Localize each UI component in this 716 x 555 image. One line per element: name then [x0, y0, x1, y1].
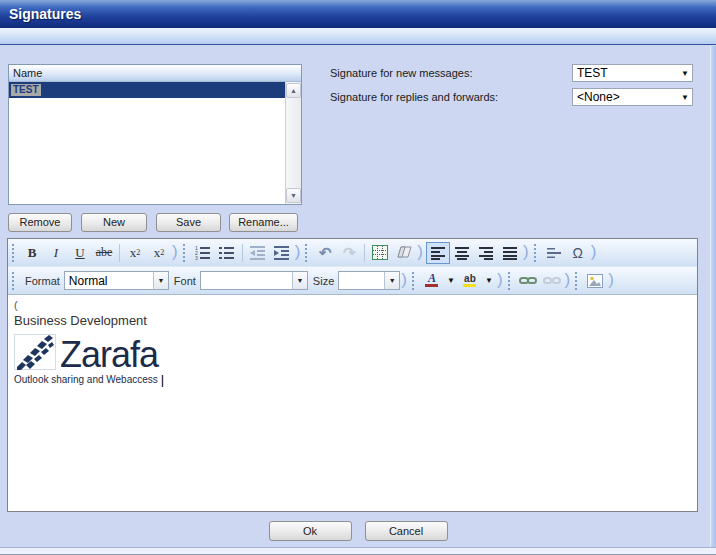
horizontal-rule-icon[interactable] [542, 242, 566, 264]
window-right-edge [710, 46, 716, 548]
toolbar-group-cap: ) [417, 242, 423, 262]
ok-button[interactable]: Ok [269, 521, 352, 541]
list-item[interactable]: TEST [9, 82, 285, 98]
font-color-glyph: A [428, 274, 436, 283]
signature-text-line2: Business Development [14, 313, 691, 331]
size-select[interactable]: ▼ [338, 271, 400, 290]
size-label: Size [313, 275, 334, 287]
zarafa-logo: Zarafa [14, 334, 691, 372]
font-select[interactable]: ▼ [200, 271, 308, 290]
title-subband [0, 28, 716, 45]
format-value: Normal [65, 274, 153, 288]
remove-button[interactable]: Remove [8, 213, 72, 232]
signatures-dialog: Signatures Name TEST ▲ ▼ Remove New Save… [0, 0, 716, 555]
redo-button: ↷ [337, 242, 361, 264]
text-cursor: | [161, 372, 164, 387]
format-label: Format [25, 275, 60, 287]
font-label: Font [174, 275, 196, 287]
toolbar-group-handle[interactable] [183, 244, 188, 262]
new-button[interactable]: New [81, 213, 147, 232]
highlight-color-glyph: ab [464, 274, 476, 283]
superscript-mark: 2 [160, 248, 164, 257]
cancel-button[interactable]: Cancel [365, 521, 448, 541]
insert-link-icon[interactable] [516, 270, 540, 292]
chevron-down-icon[interactable]: ▼ [678, 93, 692, 102]
signature-editor: B I U abe x2 x2 ) 123 ) ↶ [7, 238, 698, 512]
list-body: TEST ▲ ▼ [9, 82, 301, 204]
toolbar-group-handle[interactable] [12, 244, 17, 262]
zarafa-logo-tagline: Outlook sharing and Webaccess [14, 374, 158, 385]
subscript-button[interactable]: x2 [123, 242, 147, 264]
insert-image-icon[interactable] [583, 270, 607, 292]
save-button[interactable]: Save [156, 213, 221, 232]
svg-text:3: 3 [195, 255, 198, 261]
replies-forwards-label: Signature for replies and forwards: [330, 91, 498, 103]
chevron-down-icon[interactable]: ▼ [444, 276, 458, 285]
toolbar-group-handle[interactable] [575, 272, 580, 290]
signature-content-area[interactable]: ( Business Development [8, 295, 697, 511]
toolbar-group-cap: ) [497, 270, 503, 290]
highlight-color-button[interactable]: ab [458, 270, 482, 292]
zarafa-logo-icon [14, 334, 56, 372]
chevron-down-icon[interactable]: ▼ [153, 272, 168, 289]
strikethrough-button[interactable]: abe [92, 242, 116, 264]
toolbar-group-handle[interactable] [412, 272, 417, 290]
toolbar-group-handle[interactable] [305, 244, 310, 262]
toolbar-group-cap: ) [295, 242, 301, 262]
toolbar-group-handle[interactable] [508, 272, 513, 290]
chevron-down-icon[interactable]: ▼ [678, 69, 692, 78]
chevron-down-icon[interactable]: ▼ [482, 276, 496, 285]
chevron-down-icon[interactable]: ▼ [292, 272, 307, 289]
special-char-button[interactable]: Ω [566, 242, 590, 264]
toolbar-group-cap: ) [591, 242, 597, 262]
signature-list: Name TEST ▲ ▼ [8, 64, 302, 205]
toolbar-separator [242, 244, 243, 262]
align-justify-button[interactable] [498, 242, 522, 264]
bullet-list-icon[interactable] [215, 242, 239, 264]
eraser-icon[interactable] [392, 242, 416, 264]
new-messages-value: TEST [577, 66, 678, 80]
title-bar: Signatures [0, 0, 716, 28]
superscript-button[interactable]: x2 [147, 242, 171, 264]
list-item-label: TEST [11, 84, 41, 96]
format-select[interactable]: Normal ▼ [64, 271, 169, 290]
bold-button[interactable]: B [20, 242, 44, 264]
underline-button[interactable]: U [68, 242, 92, 264]
font-color-button[interactable]: A [420, 270, 444, 292]
insert-table-icon[interactable] [368, 242, 392, 264]
toolbar-group-cap: ) [401, 270, 407, 290]
rename-button[interactable]: Rename... [229, 213, 298, 232]
numbered-list-icon[interactable]: 123 [191, 242, 215, 264]
chevron-down-icon[interactable]: ▼ [384, 272, 399, 289]
replies-forwards-value: <None> [577, 90, 678, 104]
toolbar-group-cap: ) [565, 270, 571, 290]
highlight-color-swatch [463, 284, 476, 287]
scroll-down-icon[interactable]: ▼ [286, 188, 301, 203]
new-messages-label: Signature for new messages: [330, 67, 472, 79]
scroll-up-icon[interactable]: ▲ [286, 83, 301, 98]
toolbar-group-handle[interactable] [12, 272, 17, 290]
remove-link-icon [540, 270, 564, 292]
indent-icon[interactable] [270, 242, 294, 264]
list-scrollbar[interactable]: ▲ ▼ [285, 82, 301, 204]
align-left-button[interactable] [426, 242, 450, 264]
undo-button[interactable]: ↶ [313, 242, 337, 264]
toolbar-group-handle[interactable] [534, 244, 539, 262]
editor-toolbar-row2: Format Normal ▼ Font ▼ Size ▼ ) A ▼ [8, 267, 697, 295]
new-messages-select[interactable]: TEST ▼ [572, 64, 693, 82]
list-header-name[interactable]: Name [9, 65, 301, 82]
align-right-button[interactable] [474, 242, 498, 264]
zarafa-logo-wordmark: Zarafa [60, 338, 158, 372]
subscript-mark: 2 [136, 248, 140, 257]
editor-toolbar-row1: B I U abe x2 x2 ) 123 ) ↶ [8, 239, 697, 267]
toolbar-separator [364, 244, 365, 262]
replies-forwards-select[interactable]: <None> ▼ [572, 88, 693, 106]
page-title: Signatures [9, 6, 81, 22]
toolbar-separator [119, 244, 120, 262]
toolbar-group-cap: ) [172, 242, 178, 262]
align-center-button[interactable] [450, 242, 474, 264]
window-bottom-edge [0, 547, 716, 555]
italic-button[interactable]: I [44, 242, 68, 264]
outdent-icon[interactable] [246, 242, 270, 264]
toolbar-group-cap: ) [523, 242, 529, 262]
